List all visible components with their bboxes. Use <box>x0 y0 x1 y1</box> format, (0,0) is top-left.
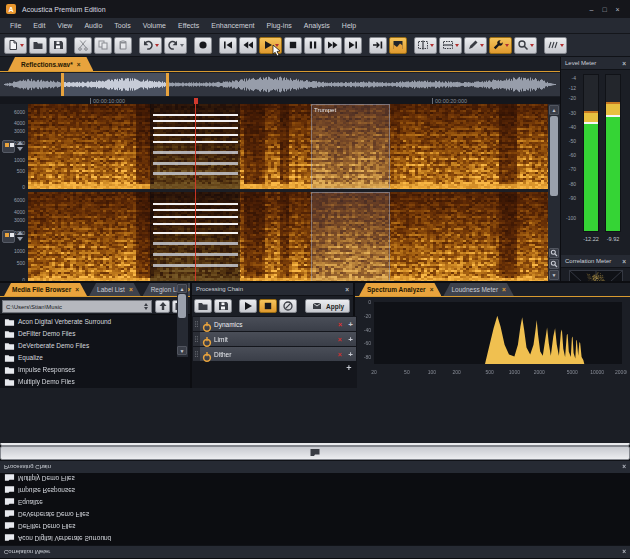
zoom-tool-button[interactable] <box>514 37 537 54</box>
play-through-button[interactable] <box>369 37 387 54</box>
scroll-down-icon[interactable]: ▼ <box>549 270 559 280</box>
frequency-selection-tool-button[interactable] <box>439 37 462 54</box>
menu-enhancement[interactable]: Enhancement <box>205 22 260 29</box>
path-combo-spinner-icon[interactable] <box>144 303 148 310</box>
power-icon[interactable] <box>201 319 213 329</box>
play-button[interactable] <box>259 37 282 54</box>
document-tab-close-icon[interactable]: × <box>77 61 81 68</box>
chain-stop-button[interactable] <box>259 299 277 313</box>
retouch-tool-button[interactable] <box>489 37 512 54</box>
scroll-up-icon[interactable]: ▲ <box>549 105 559 115</box>
tab-loudness-meter[interactable]: Loudness Meter× <box>443 283 513 296</box>
rewind-button[interactable] <box>239 37 257 54</box>
close-button[interactable]: × <box>611 6 624 13</box>
drag-handle-icon[interactable] <box>193 332 200 346</box>
file-scroll-up-icon[interactable]: ▲ <box>177 284 187 293</box>
channel-1-button[interactable] <box>2 140 15 153</box>
channel-2-spinner[interactable] <box>17 231 23 243</box>
open-file-button[interactable] <box>29 37 47 54</box>
paste-button[interactable] <box>114 37 132 54</box>
vertical-scroll-thumb[interactable] <box>550 116 558 196</box>
tab-spectrum-analyzer[interactable]: Spectrum Analyzer× <box>359 283 441 296</box>
chain-bypass-button[interactable] <box>279 299 297 313</box>
skip-to-end-button[interactable] <box>344 37 362 54</box>
remove-effect-icon[interactable]: × <box>335 321 345 328</box>
file-list-item[interactable]: DeFilter Demo Files <box>0 327 190 339</box>
chain-save-button[interactable] <box>214 299 232 313</box>
remove-effect-icon[interactable]: × <box>335 336 345 343</box>
dropdown-arrow[interactable] <box>530 44 534 47</box>
dropdown-arrow[interactable] <box>505 44 509 47</box>
processing-chain-close-icon[interactable]: × <box>345 286 349 293</box>
file-list-item[interactable]: Multiply Demo Files <box>0 375 190 387</box>
menu-analysis[interactable]: Analysis <box>298 22 336 29</box>
menu-effects[interactable]: Effects <box>172 22 205 29</box>
time-selection-tool-button[interactable] <box>414 37 437 54</box>
level-meter-close-icon[interactable]: × <box>622 60 626 67</box>
dropdown-arrow[interactable] <box>430 44 434 47</box>
dropdown-arrow[interactable] <box>560 44 564 47</box>
dropdown-arrow[interactable] <box>480 44 484 47</box>
file-scroll-thumb[interactable] <box>178 294 186 318</box>
file-list-item[interactable]: Acon Digital Verberate Surround <box>0 315 190 327</box>
file-list-item[interactable]: Impulse Responses <box>0 363 190 375</box>
correlation-meter-close-icon[interactable]: × <box>622 258 626 265</box>
fast-forward-button[interactable] <box>324 37 342 54</box>
menu-view[interactable]: View <box>51 22 78 29</box>
zoom-out-vertical-icon[interactable] <box>549 259 559 269</box>
dropdown-arrow[interactable] <box>155 44 159 47</box>
undo-button[interactable] <box>139 37 162 54</box>
cut-button[interactable] <box>74 37 92 54</box>
menu-plug-ins[interactable]: Plug-ins <box>260 22 297 29</box>
overview-waveform[interactable] <box>0 73 560 96</box>
file-scroll-down-icon[interactable]: ▼ <box>177 346 187 355</box>
tab-close-icon[interactable]: × <box>75 286 79 293</box>
drag-handle-icon[interactable] <box>193 317 200 331</box>
chain-open-button[interactable] <box>194 299 212 313</box>
power-icon[interactable] <box>201 334 213 344</box>
tab-close-icon[interactable]: × <box>430 286 434 293</box>
dropdown-arrow[interactable] <box>180 44 184 47</box>
pause-button[interactable] <box>304 37 322 54</box>
new-file-button[interactable] <box>4 37 27 54</box>
stop-button[interactable] <box>284 37 302 54</box>
drag-handle-icon[interactable] <box>193 347 200 361</box>
save-file-button[interactable] <box>49 37 67 54</box>
menu-volume[interactable]: Volume <box>137 22 172 29</box>
channel-1-spinner[interactable] <box>17 141 23 153</box>
tab-media-file-browser[interactable]: Media File Browser× <box>4 283 87 296</box>
vertical-scrollbar[interactable]: ▲ ▼ <box>548 104 560 282</box>
zoom-in-vertical-icon[interactable] <box>549 248 559 258</box>
tab-label-list[interactable]: Label List× <box>89 283 141 296</box>
file-list-item[interactable]: Equalize <box>0 351 190 363</box>
dropdown-arrow[interactable] <box>455 44 459 47</box>
chain-play-button[interactable] <box>239 299 257 313</box>
scrub-tool-button[interactable] <box>544 37 567 54</box>
maximize-button[interactable]: □ <box>598 6 611 13</box>
record-button[interactable] <box>194 37 212 54</box>
menu-help[interactable]: Help <box>336 22 362 29</box>
chain-apply-button[interactable]: Apply <box>305 299 350 313</box>
add-effect-icon[interactable]: + <box>342 363 356 373</box>
menu-edit[interactable]: Edit <box>27 22 51 29</box>
minimize-button[interactable]: – <box>585 6 598 13</box>
menu-file[interactable]: File <box>4 22 27 29</box>
copy-button[interactable] <box>94 37 112 54</box>
tab-close-icon[interactable]: × <box>129 286 133 293</box>
channel-2-button[interactable] <box>2 230 15 243</box>
spectrogram-channel-1[interactable] <box>28 104 548 189</box>
file-list-item[interactable]: DeVerberate Demo Files <box>0 339 190 351</box>
spectrogram-channel-2[interactable] <box>28 192 548 282</box>
skip-to-start-button[interactable] <box>219 37 237 54</box>
file-list-scrollbar[interactable]: ▲ ▼ <box>177 283 188 357</box>
folder-up-button[interactable] <box>155 300 170 313</box>
power-icon[interactable] <box>201 349 213 359</box>
menu-audio[interactable]: Audio <box>78 22 108 29</box>
spectral-view-toggle[interactable] <box>389 37 407 54</box>
dropdown-arrow[interactable] <box>20 44 24 47</box>
chain-effect-row[interactable]: Dither×+ <box>193 347 356 361</box>
chain-effect-row[interactable]: Dynamics×+ <box>193 317 356 331</box>
chain-effect-row[interactable]: Limit×+ <box>193 332 356 346</box>
path-combo-box[interactable]: C:\Users\Stian\Music <box>2 300 152 313</box>
draw-tool-button[interactable] <box>464 37 487 54</box>
